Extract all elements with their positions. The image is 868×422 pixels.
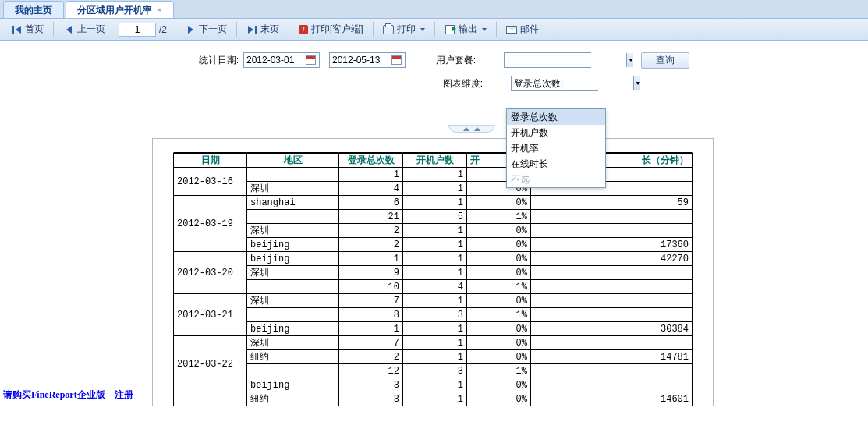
cell-rate: 0% bbox=[467, 336, 531, 350]
toolbar: 首页 上一页 /2 下一页 末页 f打印[客户端] 打印 输出 邮件 bbox=[0, 19, 868, 41]
btn-label: 首页 bbox=[25, 23, 44, 36]
cell-area bbox=[247, 210, 339, 224]
package-label: 用户套餐: bbox=[429, 54, 476, 67]
cell-area: 纽约 bbox=[247, 392, 339, 406]
cell-open: 1 bbox=[403, 378, 467, 392]
cell-login: 21 bbox=[339, 210, 403, 224]
btn-label: 打印[客户端] bbox=[311, 23, 363, 36]
first-page-button[interactable]: 首页 bbox=[5, 21, 50, 38]
package-field[interactable] bbox=[505, 53, 626, 67]
dimension-dropdown[interactable]: 登录总次数 开机户数 开机率 在线时长 不选 bbox=[506, 108, 606, 188]
cell-area bbox=[247, 308, 339, 322]
cell-dur bbox=[531, 378, 693, 392]
query-button[interactable]: 查询 bbox=[641, 52, 689, 69]
last-page-button[interactable]: 末页 bbox=[240, 21, 285, 38]
tab-strip: 我的主页 分区域用户开机率 × bbox=[0, 0, 868, 19]
export-button[interactable]: 输出 bbox=[438, 21, 493, 38]
cell-area bbox=[247, 364, 339, 378]
mail-button[interactable]: 邮件 bbox=[500, 21, 545, 38]
page-number-input[interactable] bbox=[119, 23, 156, 37]
dimension-field[interactable] bbox=[512, 76, 633, 90]
cell-area: 深圳 bbox=[247, 182, 339, 196]
prev-page-button[interactable]: 上一页 bbox=[57, 21, 112, 38]
date-label: 统计日期: bbox=[192, 54, 239, 67]
cell-date: 2012-03-16 bbox=[174, 168, 247, 196]
btn-label: 邮件 bbox=[520, 23, 539, 36]
dropdown-option[interactable]: 在线时长 bbox=[507, 156, 605, 172]
table-row: 831% bbox=[174, 308, 693, 322]
cell-dur: 14601 bbox=[531, 392, 693, 406]
cell-login: 3 bbox=[339, 378, 403, 392]
flash-icon: f bbox=[299, 25, 308, 34]
cell-login: 7 bbox=[339, 294, 403, 308]
cell-open: 1 bbox=[403, 266, 467, 280]
separator bbox=[53, 22, 54, 37]
cell-dur bbox=[531, 266, 693, 280]
cell-dur bbox=[531, 280, 693, 294]
cell-date: 2012-03-20 bbox=[174, 252, 247, 294]
calendar-icon[interactable] bbox=[303, 53, 317, 67]
dimension-label: 图表维度: bbox=[436, 77, 483, 90]
tab-area-openrate[interactable]: 分区域用户开机率 × bbox=[66, 1, 174, 18]
cell-login: 2 bbox=[339, 350, 403, 364]
cell-area bbox=[247, 280, 339, 294]
cell-area: beijing bbox=[247, 252, 339, 266]
cell-dur bbox=[531, 210, 693, 224]
tab-home[interactable]: 我的主页 bbox=[3, 1, 64, 18]
cell-open: 1 bbox=[403, 350, 467, 364]
cell-area: 深圳 bbox=[247, 266, 339, 280]
register-link[interactable]: 注册 bbox=[115, 389, 133, 400]
calendar-icon[interactable] bbox=[389, 53, 403, 67]
buy-link[interactable]: 请购买FineReport企业版 bbox=[3, 389, 105, 400]
dropdown-option[interactable]: 开机户数 bbox=[507, 125, 605, 140]
dropdown-option[interactable]: 开机率 bbox=[507, 140, 605, 156]
cell-dur bbox=[531, 224, 693, 238]
cell-area: shanghai bbox=[247, 196, 339, 210]
package-combo[interactable] bbox=[504, 52, 591, 68]
printer-icon bbox=[383, 25, 394, 34]
cell-open: 3 bbox=[403, 308, 467, 322]
dimension-combo[interactable] bbox=[511, 76, 598, 91]
separator bbox=[175, 22, 175, 37]
chevron-up-icon bbox=[463, 127, 469, 131]
cell-open: 1 bbox=[403, 336, 467, 350]
page-total-label: /2 bbox=[159, 24, 167, 35]
cell-rate: 0% bbox=[467, 350, 531, 364]
tab-label: 分区域用户开机率 bbox=[77, 2, 152, 19]
btn-label: 末页 bbox=[260, 23, 279, 36]
cell-open: 1 bbox=[403, 196, 467, 210]
date-to-field[interactable] bbox=[330, 53, 389, 67]
cell-dur: 17360 bbox=[531, 238, 693, 252]
table-row: 纽约310%14601 bbox=[174, 392, 693, 406]
cell-dur bbox=[531, 308, 693, 322]
chevron-down-icon[interactable] bbox=[633, 76, 640, 90]
separator bbox=[289, 22, 289, 37]
print-client-button[interactable]: f打印[客户端] bbox=[292, 21, 370, 38]
dropdown-option-disabled: 不选 bbox=[507, 172, 605, 187]
table-row: 2012-03-19shanghai610%59 bbox=[174, 196, 693, 210]
cell-rate: 0% bbox=[467, 196, 531, 210]
cell-date: 2012-03-22 bbox=[174, 336, 247, 392]
dropdown-option[interactable]: 登录总次数 bbox=[507, 109, 605, 125]
table-row: beijing110%30384 bbox=[174, 322, 693, 336]
mail-icon bbox=[506, 26, 517, 34]
btn-label: 下一页 bbox=[199, 23, 227, 36]
btn-label: 上一页 bbox=[77, 23, 105, 36]
date-from-input[interactable] bbox=[243, 52, 320, 68]
chevron-down-icon[interactable] bbox=[626, 53, 633, 67]
cell-login: 1 bbox=[339, 252, 403, 266]
table-row: 深圳910% bbox=[174, 266, 693, 280]
cell-date bbox=[174, 392, 247, 406]
panel-splitter[interactable] bbox=[448, 125, 495, 133]
cell-area: 深圳 bbox=[247, 336, 339, 350]
next-page-button[interactable]: 下一页 bbox=[179, 21, 233, 38]
btn-label: 打印 bbox=[397, 23, 416, 36]
table-row: beijing310% bbox=[174, 378, 693, 392]
close-icon[interactable]: × bbox=[157, 2, 162, 19]
print-button[interactable]: 打印 bbox=[377, 21, 431, 38]
date-from-field[interactable] bbox=[244, 53, 303, 67]
separator bbox=[236, 22, 237, 37]
separator bbox=[434, 22, 435, 37]
cell-date: 2012-03-19 bbox=[174, 196, 247, 252]
date-to-input[interactable] bbox=[329, 52, 406, 68]
